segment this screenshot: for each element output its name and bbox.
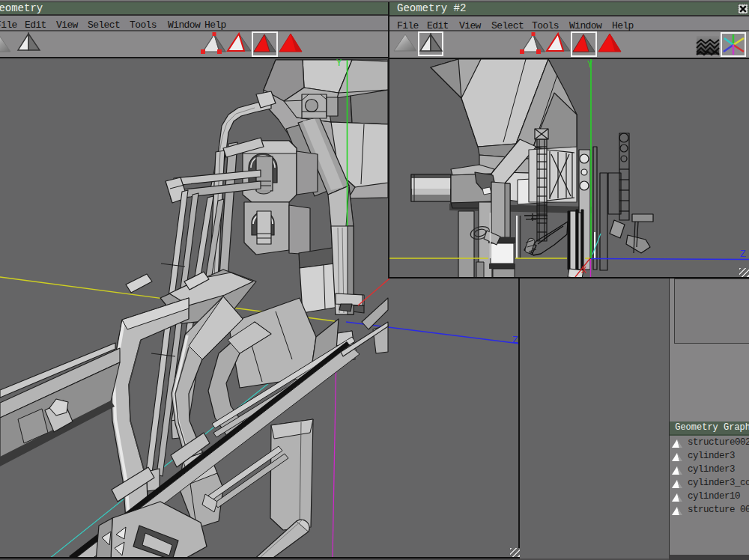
svg-text:Z: Z	[740, 249, 746, 260]
svg-text:Z: Z	[512, 335, 518, 346]
svg-text:Y: Y	[587, 60, 592, 70]
svg-text:X: X	[581, 266, 586, 276]
svg-text:Y: Y	[336, 58, 342, 69]
